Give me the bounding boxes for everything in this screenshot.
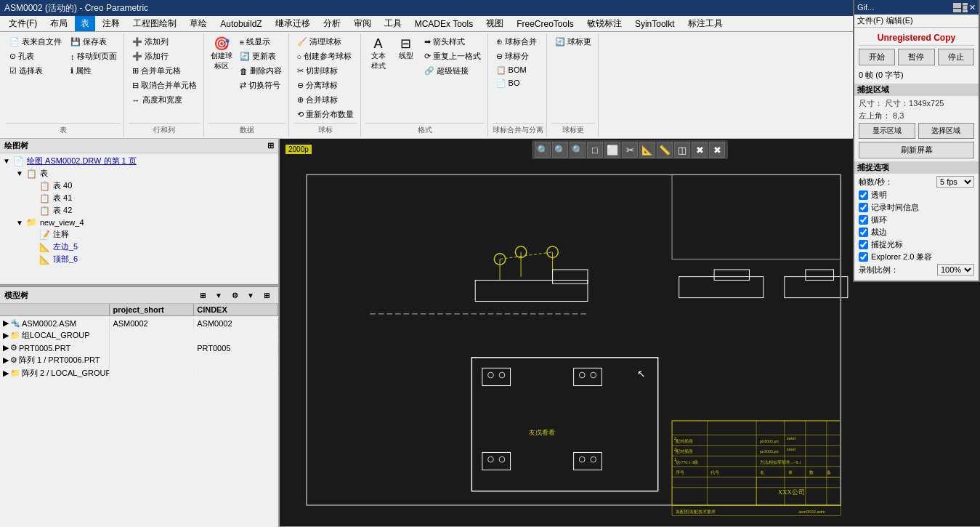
gif-maximize-btn[interactable]: □: [963, 3, 968, 12]
expand-arr1[interactable]: ▶: [3, 355, 9, 365]
ribbon-btn-redistribute[interactable]: ⟲重新分布数量: [293, 108, 357, 121]
menu-tools[interactable]: 工具: [378, 16, 408, 31]
ribbon-btn-ball-merge[interactable]: ⊕ 球标合并: [493, 35, 540, 49]
ribbon-btn-cut-ball[interactable]: ✂切割球标: [293, 64, 357, 78]
ribbon-btn-add-col[interactable]: ➕添加列: [129, 35, 201, 49]
gif-cursor-input[interactable]: [859, 240, 868, 249]
tree-item-left5[interactable]: 📐 左边_5: [0, 241, 278, 253]
tree-expand-ann[interactable]: [29, 230, 36, 238]
ribbon-btn-unmerge-cell[interactable]: ⊟取消合并单元格: [129, 79, 201, 92]
gif-select-area-btn[interactable]: 选择区域: [918, 123, 975, 139]
model-tree-row-prt5[interactable]: ▶ ⚙ PRT0005.PRT PRT0005: [0, 342, 278, 354]
model-tree-dropdown-btn1[interactable]: ▼: [211, 289, 226, 302]
menu-view[interactable]: 视图: [480, 16, 509, 31]
menu-mark-tools[interactable]: 标注工具: [682, 16, 729, 31]
model-tree-row-array2[interactable]: ▶ 📁 阵列 2 / LOCAL_GROUP_1: [0, 367, 278, 380]
tree-item-table40[interactable]: 📋 表 40: [0, 180, 278, 192]
ribbon-btn-save-table[interactable]: 💾保存表: [67, 35, 121, 49]
gif-transparent-input[interactable]: [859, 190, 868, 200]
menu-inherit[interactable]: 继承迁移: [270, 16, 316, 31]
ribbon-btn-move-page[interactable]: ↕移动到页面: [67, 49, 121, 63]
ribbon-btn-line-display[interactable]: ≡线显示: [236, 35, 286, 49]
ribbon-btn-merge-ball[interactable]: ⊕合并球标: [293, 93, 357, 107]
canvas-btn-ruler[interactable]: 📏: [657, 142, 673, 158]
canvas-btn-rect[interactable]: □: [587, 142, 603, 158]
canvas-btn-zoom-in[interactable]: 🔍: [570, 142, 586, 158]
gif-explorer-input[interactable]: [859, 252, 868, 262]
tree-item-table42[interactable]: 📋 表 42: [0, 204, 278, 217]
tree-expand-l5[interactable]: [29, 243, 36, 251]
ribbon-btn-ball-change[interactable]: 🔄 球标更: [551, 35, 595, 49]
menu-review[interactable]: 审阅: [348, 16, 377, 31]
model-tree-dropdown-btn2[interactable]: ▼: [243, 289, 258, 302]
menu-syintool[interactable]: SyinToolkt: [629, 17, 681, 31]
menu-freecreo[interactable]: FreeCreoTools: [511, 17, 580, 31]
menu-autobuildz[interactable]: AutobuildZ: [214, 17, 267, 31]
canvas-btn-zoom-out[interactable]: 🔍: [552, 142, 568, 158]
ribbon-btn-bom[interactable]: 📋 BOM: [493, 64, 540, 76]
ribbon-btn-delete-content[interactable]: 🗑删除内容: [236, 64, 286, 78]
menu-file[interactable]: 文件(F): [3, 16, 43, 31]
ribbon-btn-line-type[interactable]: ⊟ 线型: [393, 35, 419, 63]
model-tree-row-asm0002[interactable]: ▶ 🔩 ASM0002.ASM ASM0002 ASM0002: [0, 318, 278, 329]
tree-expand-t41[interactable]: [29, 194, 36, 202]
gif-trim-input[interactable]: [859, 228, 868, 237]
ribbon-btn-add-row[interactable]: ➕添加行: [129, 49, 201, 63]
model-tree-gear-btn[interactable]: ⚙: [227, 289, 242, 302]
ribbon-btn-create-ref-ball[interactable]: ○创建参考球标: [293, 49, 357, 63]
canvas-btn-cross2[interactable]: ✖: [709, 142, 725, 158]
canvas-btn-cut[interactable]: ✂: [622, 142, 638, 158]
gif-close-btn[interactable]: ✕: [969, 3, 976, 12]
menu-annotation[interactable]: 注释: [97, 16, 126, 31]
gif-scale-select[interactable]: 100% 50% 75% 150%: [937, 264, 974, 275]
ribbon-btn-toggle-symbol[interactable]: ⇄切换符号: [236, 79, 286, 92]
ribbon-btn-table-from-file[interactable]: 📄表来自文件: [6, 35, 65, 49]
canvas-btn-zoom-fit[interactable]: 🔍: [535, 142, 551, 158]
gif-menu-edit[interactable]: 编辑(E): [886, 15, 913, 26]
expand-arr2[interactable]: ▶: [3, 369, 9, 378]
tree-expand-t40[interactable]: [29, 182, 36, 190]
ribbon-btn-repeat-format[interactable]: ⟳重复上一格式: [421, 49, 485, 63]
tree-expand-drawing[interactable]: ▼: [3, 157, 10, 165]
ribbon-btn-separate-ball[interactable]: ⊖分离球标: [293, 79, 357, 92]
drawing-tree-expand-btn[interactable]: ⊞: [267, 141, 274, 150]
tree-expand-nv4[interactable]: ▼: [16, 219, 23, 227]
gif-timestamp-input[interactable]: [859, 203, 868, 212]
model-tree-row-array1[interactable]: ▶ ⚙ 阵列 1 / PRT0006.PRT: [0, 354, 278, 367]
menu-mcadex[interactable]: MCADEx Tools: [409, 17, 479, 31]
model-tree-expand-btn[interactable]: ⊞: [195, 289, 210, 302]
gif-refresh-btn[interactable]: 刷新屏幕: [859, 142, 974, 158]
menu-sharp[interactable]: 敏锐标注: [581, 16, 628, 31]
gif-pause-btn[interactable]: 暂停: [898, 49, 934, 65]
tree-expand-table[interactable]: ▼: [16, 169, 23, 177]
tree-item-table[interactable]: ▼ 📋 表: [0, 167, 278, 180]
tree-item-drawing[interactable]: ▼ 📄 绘图 ASM0002.DRW 的第 1 页: [0, 155, 278, 167]
expand-local[interactable]: ▶: [3, 331, 9, 340]
menu-layout[interactable]: 布局: [44, 16, 73, 31]
tree-item-top6[interactable]: 📐 顶部_6: [0, 253, 278, 265]
tree-expand-t42[interactable]: [29, 206, 36, 214]
ribbon-btn-hyperlink[interactable]: 🔗超级链接: [421, 64, 485, 78]
gif-start-btn[interactable]: 开始: [859, 49, 895, 65]
canvas-btn-view[interactable]: ◫: [674, 142, 690, 158]
gif-stop-btn[interactable]: 停止: [938, 49, 974, 65]
expand-asm[interactable]: ▶: [3, 318, 9, 328]
tree-expand-t6[interactable]: [29, 255, 36, 263]
drawing-tree[interactable]: ▼ 📄 绘图 ASM0002.DRW 的第 1 页 ▼ 📋 表 📋 表 40: [0, 153, 278, 284]
ribbon-btn-hole-table[interactable]: ⊙孔表: [6, 49, 65, 63]
ribbon-btn-merge-cell[interactable]: ⊞合并单元格: [129, 64, 201, 78]
gif-loop-input[interactable]: [859, 215, 868, 225]
tree-item-newview4[interactable]: ▼ 📁 new_view_4: [0, 217, 278, 228]
canvas-btn-rect2[interactable]: ⬜: [604, 142, 620, 158]
ribbon-btn-clean-ball[interactable]: 🧹清理球标: [293, 35, 357, 49]
tree-item-annotation[interactable]: 📝 注释: [0, 228, 278, 241]
gif-show-area-btn[interactable]: 显示区域: [859, 123, 915, 139]
gif-fps-select[interactable]: 5 fps 1 fps 2 fps 10 fps 15 fps: [936, 176, 974, 188]
menu-analysis[interactable]: 分析: [317, 16, 347, 31]
canvas-btn-cross1[interactable]: ✖: [692, 142, 708, 158]
gif-minimize-btn[interactable]: —: [953, 3, 961, 12]
model-tree-row-local[interactable]: ▶ 📁 组LOCAL_GROUP: [0, 329, 278, 342]
expand-prt5[interactable]: ▶: [3, 343, 9, 353]
menu-drawing[interactable]: 工程图绘制: [127, 16, 182, 31]
ribbon-btn-create-ball-area[interactable]: 🎯 创建球标区: [208, 35, 235, 73]
